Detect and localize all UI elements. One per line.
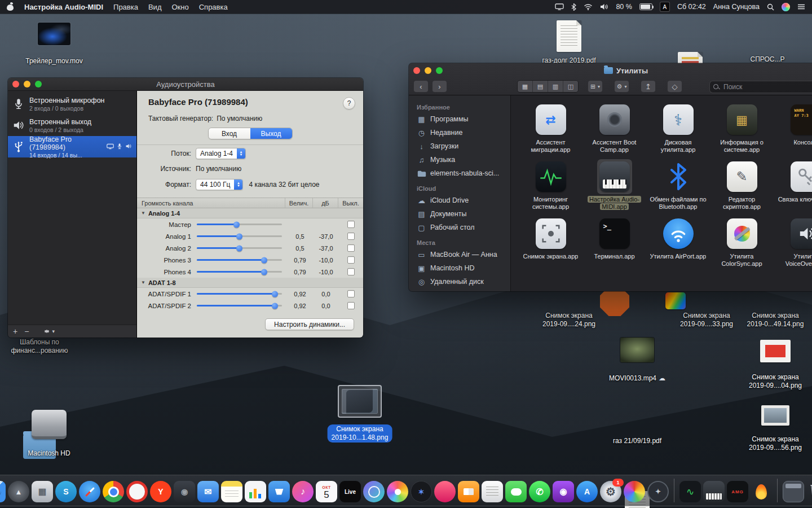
device-row-встроенный-выход[interactable]: Встроенный выход0 входов / 2 выхода [8, 115, 136, 136]
zoom-button[interactable] [35, 81, 42, 87]
sidebar-item-программы[interactable]: ▦Программы [409, 112, 510, 126]
desktop-label-снимок-экрана[interactable]: Снимок экрана2019-10...1.48.png [328, 424, 392, 443]
app-консоль[interactable]: WARN AY 7:3Консоль [774, 102, 812, 154]
dock-whatsapp[interactable] [529, 481, 550, 502]
dock-textedit[interactable] [482, 481, 503, 502]
finder-window[interactable]: Утилиты ‹ › ▦ ▤ ▥ ◫ ⊞▾ ⚙▾ ↥ ◇ [409, 63, 812, 291]
mute-checkbox[interactable] [347, 268, 355, 275]
app-настройка-audio-midi-app[interactable]: Настройка Audio-MIDI.app [582, 159, 646, 211]
desktop-label-спрос-р[interactable]: СПРОС...Р [750, 55, 784, 64]
dock-app-dark-circle[interactable] [411, 481, 432, 502]
volume-slider[interactable] [197, 224, 282, 225]
icon-view-button[interactable]: ▦ [518, 81, 533, 92]
list-view-button[interactable]: ▤ [533, 81, 548, 92]
sidebar-item-музыка[interactable]: ♫Музыка [409, 153, 510, 167]
app-обмен-файлами-по-bluetooth-app[interactable]: Обмен файлами по Bluetooth.app [646, 159, 710, 211]
mute-checkbox[interactable] [347, 290, 355, 297]
help-button[interactable]: ? [343, 97, 355, 110]
dock-finder[interactable] [0, 481, 6, 502]
desktop-icon-снимок-экрана[interactable] [761, 405, 789, 426]
stream-dropdown[interactable]: Analog 1-4 ▲▼ [196, 148, 246, 159]
minimize-button[interactable] [425, 67, 431, 74]
notification-center-icon[interactable] [797, 4, 805, 10]
app-терминал-app[interactable]: >_Терминал.app [582, 216, 646, 268]
desktop-label-movi0013-mp4[interactable]: MOVI0013.mp4☁ [609, 374, 665, 383]
dock-notes[interactable] [221, 481, 242, 502]
app-связка-ключей-app[interactable]: Связка ключей.app [774, 159, 812, 211]
siri-icon[interactable] [782, 3, 790, 11]
search-field[interactable] [709, 81, 812, 93]
minimize-button[interactable] [24, 81, 30, 87]
device-row-babyface-pro-71989984[interactable]: Babyface Pro (71989984)14 входов / 14 вы… [8, 136, 136, 157]
mute-checkbox[interactable] [347, 244, 355, 252]
device-actions-button[interactable]: ▾ [43, 328, 55, 335]
desktop-label-трейлер-mov-mov[interactable]: Трейлер_mov.mov [25, 57, 83, 65]
dock-launchpad[interactable] [8, 481, 29, 502]
desktop-label-снимок-экрана[interactable]: Снимок экрана2019-0...49.14.png [747, 312, 804, 329]
source-value[interactable]: По умолчанию [196, 165, 241, 173]
menubar-user[interactable]: Анна Сунцова [713, 3, 760, 11]
dock-flame[interactable] [751, 481, 772, 502]
dock-app-pink[interactable] [434, 481, 456, 502]
sidebar-item-документы[interactable]: ▤Документы [409, 207, 510, 221]
dock-yandex[interactable]: Y [150, 481, 171, 502]
desktop-label-снимок-экрана[interactable]: Снимок экрана2019-09....56.png [749, 435, 802, 452]
app-дисковая-утилита-app[interactable]: ⚕Дисковая утилита.app [646, 102, 710, 154]
desktop-icon-снимок-экрана[interactable] [760, 340, 791, 362]
dock-app-store[interactable]: A [576, 481, 598, 502]
app-утилита-colorsync-app[interactable]: Утилита ColorSync.app [710, 216, 774, 268]
configure-speakers-button[interactable]: Настроить динамики... [265, 318, 354, 330]
sidebar-item-рабочий-стол[interactable]: ▢Рабочий стол [409, 221, 510, 234]
menu-вид[interactable]: Вид [148, 3, 162, 11]
audio-window-titlebar[interactable]: Аудиоустройства [8, 78, 363, 91]
desktop-label-снимок-экрана[interactable]: Снимок экрана2019-09....33.png [680, 312, 733, 329]
menu-справка[interactable]: Справка [199, 3, 228, 11]
dock-books[interactable] [458, 481, 479, 502]
group-button[interactable]: ⊞▾ [588, 80, 603, 93]
battery-percent[interactable]: 80 % [616, 3, 632, 11]
dock-app-dark-compass[interactable] [647, 481, 669, 502]
sidebar-item-недавние[interactable]: ◷Недавние [409, 126, 510, 139]
slider-knob[interactable] [233, 221, 240, 227]
mute-checkbox[interactable] [347, 302, 355, 309]
app-мониторинг-системы-app[interactable]: Мониторинг системы.app [519, 159, 582, 211]
sidebar-item-macbook-air-анна[interactable]: ▭MacBook Air — Анна [409, 248, 510, 261]
volume-slider[interactable] [197, 271, 282, 273]
dock-safari[interactable] [79, 481, 100, 502]
volume-slider[interactable] [197, 293, 282, 295]
dock-amg[interactable]: AMG [727, 481, 748, 502]
dock-opera[interactable] [126, 481, 148, 502]
bluetooth-icon[interactable] [571, 3, 576, 11]
clock-source-value[interactable]: По умолчанию [217, 115, 262, 122]
apple-menu-icon[interactable] [7, 2, 14, 11]
desktop-icon-gradient-sq[interactable] [665, 292, 686, 309]
dock-calendar[interactable]: ОКТ5 [316, 481, 337, 502]
desktop-icon-снимок-экрана[interactable] [338, 385, 382, 418]
dock-podcasts[interactable] [553, 481, 574, 502]
volume-slider[interactable] [197, 305, 282, 306]
device-row-встроенный-микрофон[interactable]: Встроенный микрофон2 входа / 0 выходов [8, 93, 136, 115]
tab-output[interactable]: Выход [250, 128, 292, 139]
app-редактор-скриптов-app[interactable]: ✎Редактор скриптов.app [710, 159, 774, 211]
spotlight-icon[interactable] [767, 3, 774, 11]
desktop-label-снимок-экрана[interactable]: Снимок экрана2019-09....24.png [542, 312, 595, 329]
menubar-app-name[interactable]: Настройка Audio-MIDI [24, 3, 103, 11]
menu-окно[interactable]: Окно [171, 3, 188, 11]
sidebar-item-macintosh-hd[interactable]: ▣Macintosh HD [409, 261, 510, 275]
mute-checkbox[interactable] [347, 221, 355, 228]
slider-knob[interactable] [236, 245, 242, 251]
display-mirroring-icon[interactable] [555, 3, 564, 10]
forward-button[interactable]: › [432, 80, 447, 93]
app-утилита-voiceover-app[interactable]: Утилита VoiceOver.app [774, 216, 812, 268]
channel-group-analog-1-4[interactable]: ▼Analog 1-4 [137, 208, 363, 218]
dock-photos[interactable] [387, 481, 408, 502]
audio-midi-setup-window[interactable]: Аудиоустройства Встроенный микрофон2 вхо… [8, 78, 363, 338]
dock-audio-midi-setup[interactable] [703, 481, 725, 502]
dock-activity-monitor[interactable] [679, 481, 701, 502]
share-button[interactable]: ↥ [641, 80, 656, 93]
zoom-button[interactable] [436, 67, 443, 74]
dock-chrome[interactable] [103, 481, 124, 502]
input-source-icon[interactable]: A [660, 2, 670, 12]
disclosure-icon[interactable]: ▼ [141, 280, 145, 285]
desktop-icon-macintosh-hd[interactable] [32, 410, 67, 439]
